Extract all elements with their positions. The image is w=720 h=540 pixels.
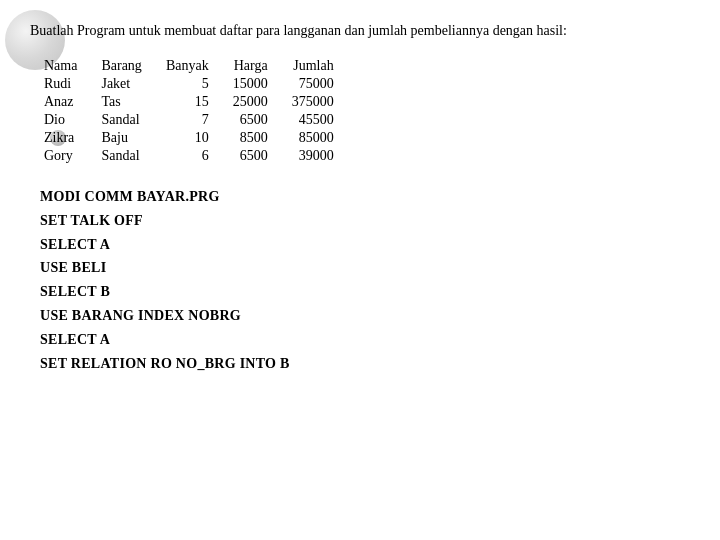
table-cell: 25000 xyxy=(229,93,288,111)
code-line-6: SELECT A xyxy=(40,328,690,352)
table-cell: 85000 xyxy=(288,129,354,147)
table-cell: Baju xyxy=(97,129,161,147)
table-row: AnazTas1525000375000 xyxy=(40,93,354,111)
code-line-2: SELECT A xyxy=(40,233,690,257)
table-row: ZikraBaju10850085000 xyxy=(40,129,354,147)
intro-paragraph: Buatlah Program untuk membuat daftar par… xyxy=(30,20,690,41)
code-line-5: USE BARANG INDEX NOBRG xyxy=(40,304,690,328)
table-row: DioSandal7650045500 xyxy=(40,111,354,129)
main-content: Buatlah Program untuk membuat daftar par… xyxy=(30,20,690,375)
table-header-row: Nama Barang Banyak Harga Jumlah xyxy=(40,57,354,75)
table-cell: Anaz xyxy=(40,93,97,111)
code-line-1: SET TALK OFF xyxy=(40,209,690,233)
table-cell: Dio xyxy=(40,111,97,129)
table-cell: Zikra xyxy=(40,129,97,147)
table-cell: 15000 xyxy=(229,75,288,93)
table-cell: Sandal xyxy=(97,111,161,129)
code-line-7: SET RELATION RO NO_BRG INTO B xyxy=(40,352,690,376)
table-cell: 6500 xyxy=(229,111,288,129)
data-table: Nama Barang Banyak Harga Jumlah RudiJake… xyxy=(40,57,354,165)
table-cell: 8500 xyxy=(229,129,288,147)
table-cell: 5 xyxy=(162,75,229,93)
col-header-nama: Nama xyxy=(40,57,97,75)
table-row: RudiJaket51500075000 xyxy=(40,75,354,93)
table-cell: Tas xyxy=(97,93,161,111)
table-cell: Sandal xyxy=(97,147,161,165)
code-line-3: USE BELI xyxy=(40,256,690,280)
table-section: Nama Barang Banyak Harga Jumlah RudiJake… xyxy=(30,57,690,165)
table-cell: 45500 xyxy=(288,111,354,129)
table-cell: Jaket xyxy=(97,75,161,93)
table-cell: 6 xyxy=(162,147,229,165)
table-cell: 375000 xyxy=(288,93,354,111)
col-header-harga: Harga xyxy=(229,57,288,75)
col-header-banyak: Banyak xyxy=(162,57,229,75)
col-header-jumlah: Jumlah xyxy=(288,57,354,75)
table-cell: 39000 xyxy=(288,147,354,165)
table-cell: 6500 xyxy=(229,147,288,165)
table-cell: Gory xyxy=(40,147,97,165)
code-line-4: SELECT B xyxy=(40,280,690,304)
code-section: MODI COMM BAYAR.PRGSET TALK OFFSELECT AU… xyxy=(40,185,690,375)
table-cell: Rudi xyxy=(40,75,97,93)
table-cell: 7 xyxy=(162,111,229,129)
col-header-barang: Barang xyxy=(97,57,161,75)
code-line-0: MODI COMM BAYAR.PRG xyxy=(40,185,690,209)
page-container: Buatlah Program untuk membuat daftar par… xyxy=(0,0,720,540)
table-cell: 75000 xyxy=(288,75,354,93)
table-cell: 15 xyxy=(162,93,229,111)
table-cell: 10 xyxy=(162,129,229,147)
table-row: GorySandal6650039000 xyxy=(40,147,354,165)
